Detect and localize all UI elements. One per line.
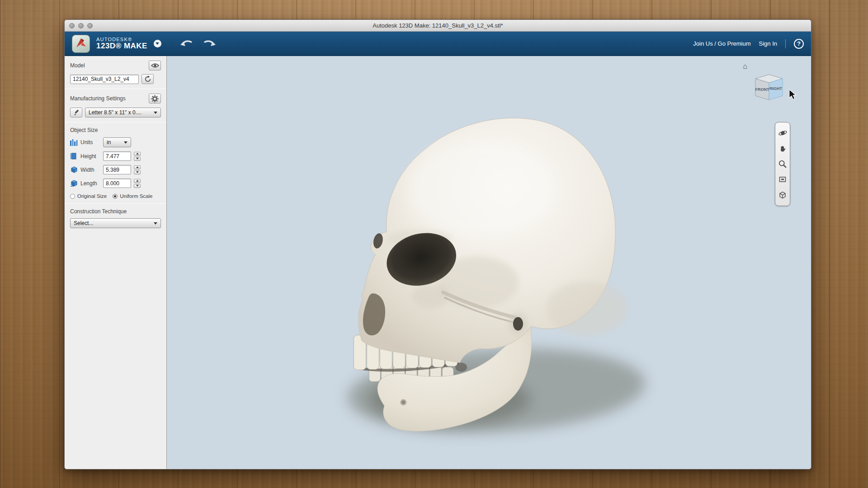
autodesk-123d-logo [72, 35, 90, 53]
fit-view-tool[interactable] [777, 174, 788, 185]
scale-options: Original Size Uniform Scale [70, 193, 161, 199]
width-step-down[interactable] [134, 170, 141, 174]
pan-tool[interactable] [777, 143, 788, 154]
mouse-cursor [789, 89, 797, 100]
manufacturing-settings-label: Manufacturing Settings [70, 95, 126, 102]
hand-icon [778, 144, 787, 153]
length-icon [70, 180, 78, 187]
brand-text: AUTODESK® 123D® MAKE [96, 37, 147, 51]
sheet-size-value: Letter 8.5" x 11" x 0.... [89, 109, 142, 116]
view-mode-tool[interactable] [777, 190, 788, 201]
units-value: in [107, 139, 111, 145]
model-visibility-button[interactable] [149, 61, 161, 70]
eye-icon [151, 63, 159, 68]
join-premium-link[interactable]: Join Us / Go Premium [693, 40, 750, 47]
refresh-icon [144, 75, 151, 83]
units-row: Units in [70, 137, 161, 147]
view-cube-right-label: RIGHT [769, 86, 783, 91]
history-buttons [179, 37, 217, 50]
window-titlebar[interactable]: Autodesk 123D Make: 12140_Skull_v3_L2_v4… [65, 20, 811, 32]
uniform-scale-radio[interactable] [113, 194, 118, 199]
length-step-up[interactable] [134, 179, 141, 183]
app-header: AUTODESK® 123D® MAKE [65, 32, 811, 56]
dropdown-caret-icon [154, 112, 157, 114]
height-icon [70, 153, 78, 160]
undo-arrow-icon [179, 38, 195, 48]
wooden-desk-background: Autodesk 123D Make: 12140_Skull_v3_L2_v4… [0, 0, 868, 488]
viewport-canvas[interactable] [167, 56, 811, 469]
zoom-tool[interactable] [777, 159, 788, 169]
undo-button[interactable] [179, 37, 196, 50]
sign-in-link[interactable]: Sign In [759, 40, 777, 47]
manufacturing-section: Manufacturing Settings [65, 89, 166, 122]
original-size-label: Original Size [77, 193, 107, 199]
view-cube[interactable]: FRONT RIGHT [749, 71, 789, 105]
occipital-shading [546, 282, 627, 336]
viewport[interactable]: ⌂ FRONT RIGHT [167, 56, 811, 469]
navigation-toolbar [775, 122, 790, 206]
sheet-size-dropdown[interactable]: Letter 8.5" x 11" x 0.... [85, 108, 161, 117]
magnifier-icon [778, 160, 787, 169]
construction-technique-label: Construction Technique [70, 208, 161, 215]
model-section-label: Model [70, 62, 85, 69]
gear-icon [151, 95, 159, 103]
orbit-icon [778, 128, 788, 138]
object-size-section: Object Size Units in [65, 122, 166, 203]
view-cube-front-label: FRONT [755, 87, 769, 92]
height-input[interactable] [103, 151, 131, 161]
model-section: Model [65, 56, 166, 89]
width-icon [70, 166, 78, 173]
cube-icon [778, 191, 787, 200]
length-label: Length [80, 180, 100, 187]
units-dropdown[interactable]: in [103, 137, 131, 147]
app-menu-button[interactable] [154, 40, 161, 47]
height-row: Height [70, 151, 161, 161]
edit-sheet-button[interactable] [70, 108, 82, 117]
length-step-down[interactable] [134, 184, 141, 188]
skull-3d-model [345, 118, 647, 440]
pencil-icon [73, 109, 80, 116]
height-step-down[interactable] [134, 157, 141, 161]
model-name-input[interactable] [70, 75, 139, 84]
height-step-up[interactable] [134, 152, 141, 156]
units-icon [70, 139, 78, 146]
chin-foramen [401, 400, 405, 404]
manufacturing-settings-button[interactable] [149, 94, 161, 103]
header-separator [785, 39, 786, 48]
window-content: Model [65, 56, 811, 469]
help-button[interactable]: ? [794, 39, 804, 49]
app-window: Autodesk 123D Make: 12140_Skull_v3_L2_v4… [64, 19, 811, 469]
redo-button[interactable] [200, 37, 217, 50]
width-input[interactable] [103, 165, 131, 174]
redo-arrow-icon [201, 38, 217, 48]
orbit-tool[interactable] [777, 127, 788, 138]
fit-frame-icon [778, 175, 787, 184]
ear-hole [513, 317, 523, 331]
length-input[interactable] [103, 178, 131, 188]
dropdown-caret-icon [154, 222, 157, 225]
length-stepper [134, 179, 141, 188]
length-row: Length [70, 178, 161, 188]
uniform-scale-label: Uniform Scale [120, 193, 152, 199]
width-step-up[interactable] [134, 165, 141, 169]
units-label: Units [80, 139, 100, 145]
brand-123d-make: 123D® MAKE [96, 42, 147, 51]
cheek-shading [412, 284, 450, 308]
original-size-radio[interactable] [70, 194, 75, 199]
width-label: Width [80, 167, 100, 173]
height-label: Height [80, 153, 100, 160]
construction-technique-value: Select... [74, 220, 93, 226]
width-row: Width [70, 165, 161, 174]
origami-bird-icon [73, 36, 89, 52]
construction-technique-dropdown[interactable]: Select... [70, 218, 161, 228]
settings-sidebar: Model [65, 56, 167, 469]
forehead-highlight [408, 140, 557, 239]
window-title: Autodesk 123D Make: 12140_Skull_v3_L2_v4… [65, 22, 811, 29]
construction-technique-section: Construction Technique Select... [65, 204, 166, 233]
height-stepper [134, 152, 141, 161]
object-size-label: Object Size [70, 127, 161, 133]
model-reload-button[interactable] [142, 74, 154, 84]
header-right: Join Us / Go Premium Sign In ? [693, 39, 804, 49]
home-view-button[interactable]: ⌂ [740, 61, 750, 71]
chevron-down-icon [156, 42, 159, 45]
